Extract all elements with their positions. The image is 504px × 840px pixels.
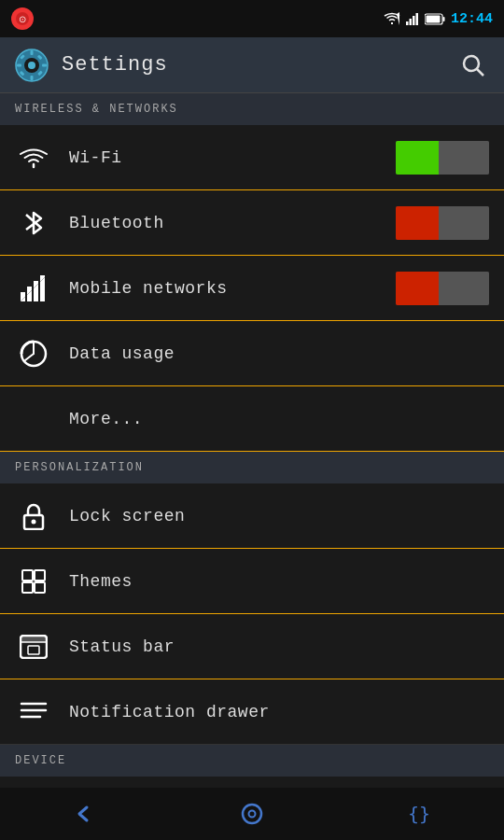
settings-item-status-bar[interactable]: Status bar (0, 614, 504, 679)
home-button[interactable] (219, 788, 285, 840)
back-icon (73, 803, 95, 825)
svg-rect-32 (22, 582, 33, 593)
svg-rect-31 (35, 570, 45, 581)
section-header-device: DEVICE (0, 745, 504, 777)
settings-item-wifi[interactable]: Wi-Fi (0, 125, 504, 190)
settings-item-themes[interactable]: Themes (0, 549, 504, 614)
gear-icon (15, 49, 49, 82)
status-bar-right: 12:44 (384, 11, 493, 27)
notification-drawer-label: Notification drawer (69, 703, 489, 721)
svg-point-11 (28, 62, 35, 69)
bluetooth-label: Bluetooth (69, 214, 396, 232)
cyanogen-logo: ⊙ (11, 7, 34, 30)
toolbar: Settings (0, 37, 504, 93)
svg-rect-13 (31, 76, 34, 80)
settings-item-lock-screen[interactable]: Lock screen (0, 483, 504, 549)
status-bar: ⊙ 12:44 (0, 0, 504, 37)
svg-line-21 (477, 69, 483, 76)
svg-rect-5 (415, 13, 418, 25)
svg-rect-30 (22, 570, 33, 581)
svg-rect-2 (406, 21, 409, 25)
data-usage-label: Data usage (69, 344, 489, 363)
bluetooth-toggle-off (396, 206, 439, 240)
bluetooth-icon (15, 204, 52, 242)
themes-icon (15, 563, 52, 600)
svg-rect-12 (31, 50, 34, 55)
clock-display: 12:44 (451, 11, 493, 27)
svg-rect-35 (21, 636, 47, 642)
svg-point-20 (464, 56, 479, 71)
search-icon (461, 53, 485, 77)
wifi-label: Wi-Fi (69, 148, 396, 167)
page-title: Settings (62, 53, 168, 77)
section-header-wireless: WIRELESS & NETWORKS (0, 93, 504, 125)
svg-rect-8 (426, 15, 440, 22)
toolbar-left: Settings (15, 49, 168, 82)
svg-rect-15 (42, 63, 47, 66)
svg-rect-4 (413, 16, 415, 25)
mobile-networks-label: Mobile networks (69, 279, 396, 298)
lock-icon (15, 497, 52, 535)
wifi-toggle-active (396, 141, 439, 175)
status-bar-left: ⊙ (11, 7, 34, 30)
signal-status-icon (406, 12, 419, 25)
svg-rect-14 (17, 63, 21, 66)
settings-item-bluetooth[interactable]: Bluetooth (0, 190, 504, 256)
settings-item-notification-drawer[interactable]: Notification drawer (0, 679, 504, 745)
nav-bar: {} (0, 788, 504, 840)
svg-rect-22 (21, 292, 25, 301)
wifi-status-icon (384, 12, 400, 25)
search-button[interactable] (457, 49, 489, 81)
signal-bars-icon (15, 270, 52, 307)
svg-rect-7 (442, 17, 444, 21)
wifi-toggle[interactable] (396, 141, 489, 175)
battery-status-icon (425, 13, 445, 25)
home-icon (240, 802, 264, 826)
svg-point-43 (249, 811, 256, 818)
settings-item-more[interactable]: More... (0, 386, 504, 452)
wifi-toggle-rest (439, 141, 489, 175)
svg-text:{}: {} (408, 804, 430, 824)
lock-screen-label: Lock screen (69, 507, 489, 525)
settings-item-mobile-networks[interactable]: Mobile networks (0, 256, 504, 321)
section-header-personalization: PERSONALIZATION (0, 452, 504, 483)
more-label: More... (69, 410, 489, 428)
themes-label: Themes (69, 572, 489, 591)
menu-icon: {} (408, 804, 432, 824)
settings-item-data-usage[interactable]: Data usage (0, 321, 504, 386)
mobile-toggle-off (396, 272, 439, 305)
svg-rect-33 (35, 582, 45, 593)
svg-point-42 (243, 805, 261, 823)
svg-point-29 (32, 519, 36, 524)
status-bar-icon (15, 628, 52, 665)
svg-rect-37 (28, 646, 39, 654)
mobile-toggle[interactable] (396, 272, 489, 305)
svg-rect-3 (409, 19, 412, 25)
settings-content: WIRELESS & NETWORKS Wi-Fi Bluetooth (0, 93, 504, 788)
wifi-icon (15, 139, 52, 176)
data-usage-icon (15, 335, 52, 372)
notification-drawer-icon (15, 693, 52, 731)
bluetooth-toggle[interactable] (396, 206, 489, 240)
mobile-toggle-rest (439, 272, 489, 305)
svg-text:⊙: ⊙ (19, 14, 26, 24)
bluetooth-toggle-rest (439, 206, 489, 240)
status-bar-label: Status bar (69, 637, 489, 656)
back-button[interactable] (51, 788, 117, 840)
menu-button[interactable]: {} (387, 788, 453, 840)
